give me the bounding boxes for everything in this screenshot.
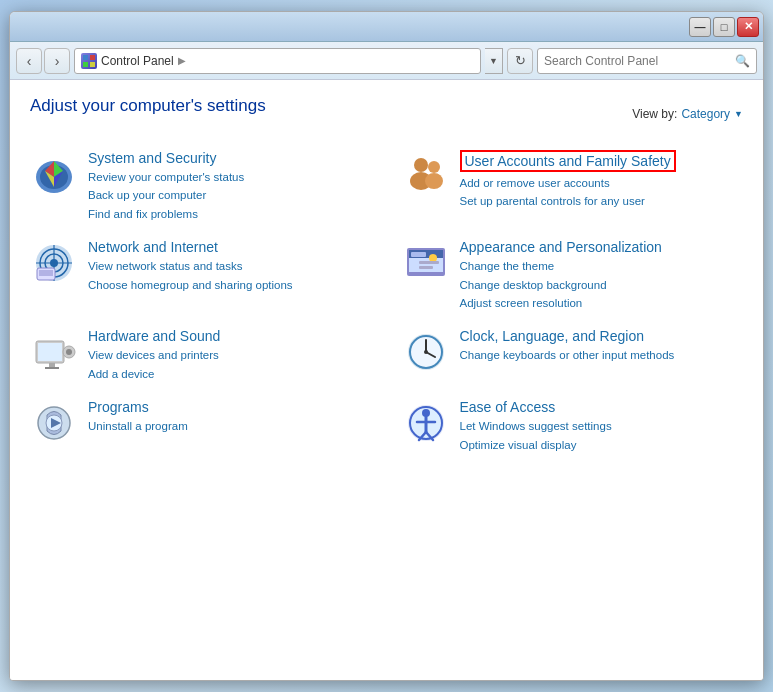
clock-title[interactable]: Clock, Language, and Region <box>460 328 744 344</box>
category-clock-language[interactable]: Clock, Language, and Region Change keybo… <box>402 328 744 383</box>
address-path-arrow: ▶ <box>178 55 186 66</box>
network-title[interactable]: Network and Internet <box>88 239 372 255</box>
svg-point-28 <box>66 349 72 355</box>
sub-link-adddevice[interactable]: Add a device <box>88 365 372 383</box>
categories-grid: System and Security Review your computer… <box>30 150 743 454</box>
svg-rect-21 <box>411 252 426 257</box>
sub-link-addremove[interactable]: Add or remove user accounts <box>460 174 744 192</box>
clock-text: Clock, Language, and Region Change keybo… <box>460 328 744 364</box>
svg-rect-30 <box>45 367 59 369</box>
sub-link-uninstall[interactable]: Uninstall a program <box>88 417 372 435</box>
programs-icon <box>30 399 78 447</box>
viewby-arrow-icon: ▼ <box>734 109 743 119</box>
category-network-internet[interactable]: Network and Internet View network status… <box>30 239 372 312</box>
address-path-label: Control Panel <box>101 54 174 68</box>
svg-point-9 <box>425 173 443 189</box>
sub-link-findfix[interactable]: Find and fix problems <box>88 205 372 223</box>
svg-point-35 <box>424 350 428 354</box>
sub-link-optimize-visual[interactable]: Optimize visual display <box>460 436 744 454</box>
appearance-icon <box>402 239 450 287</box>
main-content: Adjust your computer's settings View by:… <box>10 80 763 680</box>
sub-link-keyboards[interactable]: Change keyboards or other input methods <box>460 346 744 364</box>
system-security-text: System and Security Review your computer… <box>88 150 372 223</box>
svg-rect-3 <box>90 62 95 67</box>
category-system-security[interactable]: System and Security Review your computer… <box>30 150 372 223</box>
hardware-icon <box>30 328 78 376</box>
forward-button[interactable]: › <box>44 48 70 74</box>
appearance-text: Appearance and Personalization Change th… <box>460 239 744 312</box>
ease-access-icon <box>402 399 450 447</box>
ease-access-text: Ease of Access Let Windows suggest setti… <box>460 399 744 454</box>
viewby-value[interactable]: Category <box>681 107 730 121</box>
sub-link-homegroup[interactable]: Choose homegroup and sharing options <box>88 276 372 294</box>
control-panel-icon <box>81 53 97 69</box>
sub-link-review[interactable]: Review your computer's status <box>88 168 372 186</box>
category-programs[interactable]: Programs Uninstall a program <box>30 399 372 454</box>
programs-text: Programs Uninstall a program <box>88 399 372 435</box>
title-bar: — □ ✕ <box>10 12 763 42</box>
address-dropdown[interactable]: ▼ <box>485 48 503 74</box>
title-bar-buttons: — □ ✕ <box>689 17 759 37</box>
programs-title[interactable]: Programs <box>88 399 372 415</box>
category-hardware-sound[interactable]: Hardware and Sound View devices and prin… <box>30 328 372 383</box>
search-input[interactable] <box>544 54 731 68</box>
svg-rect-17 <box>39 270 53 276</box>
search-box[interactable]: 🔍 <box>537 48 757 74</box>
svg-rect-23 <box>419 261 439 264</box>
appearance-title[interactable]: Appearance and Personalization <box>460 239 744 255</box>
svg-rect-2 <box>83 62 88 67</box>
network-text: Network and Internet View network status… <box>88 239 372 294</box>
svg-rect-26 <box>38 343 62 361</box>
address-field[interactable]: Control Panel ▶ <box>74 48 481 74</box>
sub-link-parental[interactable]: Set up parental controls for any user <box>460 192 744 210</box>
category-user-accounts[interactable]: User Accounts and Family Safety Add or r… <box>402 150 744 223</box>
user-accounts-text: User Accounts and Family Safety Add or r… <box>460 150 744 211</box>
svg-rect-29 <box>49 363 55 367</box>
clock-icon <box>402 328 450 376</box>
sub-link-networkstatus[interactable]: View network status and tasks <box>88 257 372 275</box>
svg-point-22 <box>429 254 437 262</box>
svg-point-6 <box>414 158 428 172</box>
category-ease-access[interactable]: Ease of Access Let Windows suggest setti… <box>402 399 744 454</box>
system-security-title[interactable]: System and Security <box>88 150 372 166</box>
network-icon <box>30 239 78 287</box>
minimize-button[interactable]: — <box>689 17 711 37</box>
close-button[interactable]: ✕ <box>737 17 759 37</box>
maximize-button[interactable]: □ <box>713 17 735 37</box>
svg-rect-0 <box>83 55 88 60</box>
sub-link-suggest-settings[interactable]: Let Windows suggest settings <box>460 417 744 435</box>
main-window: — □ ✕ ‹ › Control Panel ▶ ▼ ↻ <box>9 11 764 681</box>
category-appearance[interactable]: Appearance and Personalization Change th… <box>402 239 744 312</box>
viewby-label: View by: <box>632 107 677 121</box>
sub-link-theme[interactable]: Change the theme <box>460 257 744 275</box>
svg-rect-24 <box>419 266 433 269</box>
sub-link-backup[interactable]: Back up your computer <box>88 186 372 204</box>
hardware-title[interactable]: Hardware and Sound <box>88 328 372 344</box>
refresh-button[interactable]: ↻ <box>507 48 533 74</box>
sub-link-resolution[interactable]: Adjust screen resolution <box>460 294 744 312</box>
ease-access-title[interactable]: Ease of Access <box>460 399 744 415</box>
search-icon[interactable]: 🔍 <box>735 54 750 68</box>
svg-rect-1 <box>90 55 95 60</box>
svg-point-8 <box>428 161 440 173</box>
system-security-icon <box>30 150 78 198</box>
viewby-row: View by: Category ▼ <box>632 107 743 121</box>
back-button[interactable]: ‹ <box>16 48 42 74</box>
sub-link-desktop-bg[interactable]: Change desktop background <box>460 276 744 294</box>
user-accounts-icon <box>402 150 450 198</box>
user-accounts-title[interactable]: User Accounts and Family Safety <box>460 150 676 172</box>
address-bar: ‹ › Control Panel ▶ ▼ ↻ 🔍 <box>10 42 763 80</box>
page-title: Adjust your computer's settings <box>30 96 266 116</box>
hardware-text: Hardware and Sound View devices and prin… <box>88 328 372 383</box>
sub-link-devices[interactable]: View devices and printers <box>88 346 372 364</box>
nav-buttons: ‹ › <box>16 48 70 74</box>
